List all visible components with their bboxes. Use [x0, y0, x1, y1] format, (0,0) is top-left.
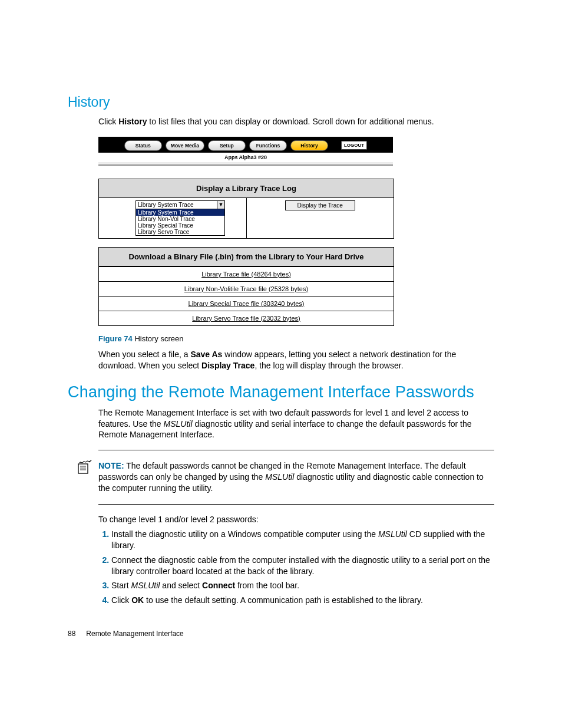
text: Start [111, 581, 131, 590]
text: to use the default setting. A communicat… [144, 595, 423, 605]
history-intro: Click History to list files that you can… [98, 116, 494, 127]
divider [98, 450, 494, 450]
text-bold: Display Trace [201, 361, 254, 370]
text: Install the diagnostic utility on a Wind… [111, 529, 378, 539]
text: to list files that you can display or do… [147, 117, 434, 126]
select-option[interactable]: Library Non-Vol Trace [136, 216, 224, 222]
nav-setup-button[interactable]: Setup [208, 140, 246, 151]
select-selected-text: Library System Trace [136, 201, 217, 209]
paragraph-after-figure: When you select a file, a Save As window… [98, 349, 494, 371]
download-link[interactable]: Library Servo Trace file (23032 bytes) [192, 315, 300, 322]
text-italic: MSLUtil [131, 581, 160, 590]
download-link[interactable]: Library Trace file (48264 bytes) [201, 271, 291, 278]
text-bold: OK [131, 595, 144, 605]
step-item: Start MSLUtil and select Connect from th… [111, 580, 494, 591]
note-icon [77, 460, 92, 494]
chevron-down-icon[interactable]: ▼ [217, 201, 224, 209]
logout-button[interactable]: LOGOUT [341, 141, 367, 150]
text-bold: History [118, 117, 147, 126]
figure-caption-text: History screen [133, 334, 184, 343]
passwords-intro: The Remote Management Interface is set w… [98, 407, 494, 441]
section-heading-history: History [68, 94, 494, 110]
display-trace-button[interactable]: Display the Trace [285, 200, 355, 210]
page-number: 88 [68, 630, 75, 638]
select-option[interactable]: Library Servo Trace [136, 229, 224, 235]
text: Click [98, 117, 118, 126]
page-footer: 88 Remote Management Interface [68, 630, 494, 638]
step-item: Connect the diagnostic cable from the co… [111, 555, 494, 577]
section-heading-passwords: Changing the Remote Management Interface… [68, 383, 494, 401]
figure-caption: Figure 74 History screen [98, 334, 494, 343]
step-item: Click OK to use the default setting. A c… [111, 595, 494, 606]
text: , the log will display through the brows… [254, 361, 403, 370]
text-bold: Connect [202, 581, 235, 590]
trace-log-panel: Display a Library Trace Log Library Syst… [98, 179, 394, 239]
text-italic: MSLUtil [265, 472, 294, 482]
text-italic: MSLUtil [378, 529, 407, 539]
trace-type-select[interactable]: Library System Trace ▼ Library System Tr… [135, 200, 225, 236]
trace-panel-header: Display a Library Trace Log [99, 179, 394, 198]
svg-rect-0 [78, 464, 88, 473]
text: Click [111, 595, 131, 605]
steps-intro: To change level 1 and/or level 2 passwor… [98, 514, 494, 525]
fig-subtitle: Apps Alpha3 #20 [98, 153, 393, 163]
note-text: NOTE: The default passwords cannot be ch… [98, 460, 494, 494]
steps-list: Install the diagnostic utility on a Wind… [98, 529, 494, 606]
download-link[interactable]: Library Special Trace file (303240 bytes… [189, 300, 305, 307]
chapter-name: Remote Management Interface [86, 630, 183, 638]
text: and select [160, 581, 202, 590]
figure-label: Figure 74 [98, 334, 133, 343]
nav-history-button[interactable]: History [290, 140, 328, 151]
select-option[interactable]: Library Special Trace [136, 222, 224, 229]
download-panel: Download a Binary File (.bin) from the L… [98, 247, 394, 326]
text: from the tool bar. [235, 581, 299, 590]
nav-functions-button[interactable]: Functions [249, 140, 287, 151]
text: When you select a file, a [98, 350, 190, 359]
download-link[interactable]: Library Non-Volitile Trace file (25328 b… [184, 285, 308, 292]
navbar: Status Move Media Setup Functions Histor… [98, 137, 393, 153]
text: Connect the diagnostic cable from the co… [111, 555, 490, 576]
nav-status-button[interactable]: Status [124, 140, 162, 151]
note-block: NOTE: The default passwords cannot be ch… [77, 450, 494, 505]
download-panel-header: Download a Binary File (.bin) from the L… [99, 248, 394, 266]
text-bold: Save As [190, 350, 222, 359]
text-italic: MSLUtil [164, 419, 193, 429]
step-item: Install the diagnostic utility on a Wind… [111, 529, 494, 551]
note-label: NOTE: [98, 461, 124, 470]
nav-move-media-button[interactable]: Move Media [166, 140, 204, 151]
divider [98, 504, 494, 505]
history-screenshot-figure: Status Move Media Setup Functions Histor… [98, 137, 393, 326]
select-option[interactable]: Library System Trace [136, 209, 224, 216]
